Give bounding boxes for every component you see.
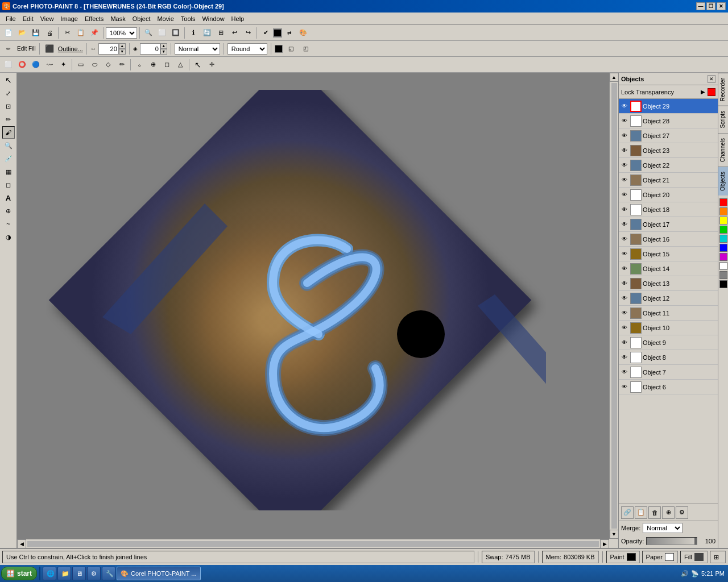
scroll-track-horizontal[interactable]	[27, 541, 599, 547]
object-visibility-toggle[interactable]: 👁	[620, 383, 629, 392]
object-visibility-toggle[interactable]: 👁	[620, 117, 629, 126]
menu-object[interactable]: Object	[129, 14, 154, 23]
taskbar-app-item[interactable]: 🎨 Corel PHOTO-PAINT ...	[117, 567, 201, 580]
swatch-yellow[interactable]	[719, 217, 727, 225]
object-visibility-toggle[interactable]: 👁	[620, 250, 629, 259]
object-visibility-toggle[interactable]: 👁	[620, 220, 629, 229]
object-row-29[interactable]: 👁Object 29	[619, 99, 718, 114]
eyedropper-tool[interactable]: 💉	[2, 152, 15, 165]
shape-ellipse-btn[interactable]: ⬭	[88, 59, 101, 71]
object-row-11[interactable]: 👁Object 11	[619, 306, 718, 321]
ellipse-select-btn[interactable]: ⭕	[16, 59, 28, 71]
path-btn[interactable]: 〰	[43, 59, 56, 71]
size-spinner[interactable]: 20 ▲ ▼	[98, 43, 126, 55]
new-button[interactable]: 📄	[2, 27, 15, 39]
shape-poly-btn[interactable]: ◇	[102, 59, 114, 71]
object-visibility-toggle[interactable]: 👁	[620, 309, 629, 318]
size-down-arrow[interactable]: ▼	[119, 49, 126, 55]
menu-edit[interactable]: Edit	[19, 14, 37, 23]
transparency-down-arrow[interactable]: ▼	[160, 49, 167, 55]
select-tool[interactable]: ↖	[2, 74, 15, 86]
menu-movie[interactable]: Movie	[154, 14, 177, 23]
pen-btn[interactable]: △	[174, 59, 187, 71]
lasso-btn[interactable]: 🔵	[30, 59, 42, 71]
text-tool[interactable]: A	[2, 192, 15, 204]
transparency-input[interactable]: 0	[140, 43, 160, 55]
draw-mode-btn1[interactable]: ◱	[285, 43, 297, 55]
swatch-white[interactable]	[719, 262, 727, 270]
color-square-btn[interactable]	[275, 45, 283, 53]
canvas-area[interactable]: ▲ ▼ ◀ ▶	[17, 73, 618, 548]
taskbar-icon4[interactable]: ⚙	[87, 567, 101, 580]
select-arrow-btn[interactable]: ↖	[192, 59, 204, 71]
start-button[interactable]: 🪟 start	[1, 567, 37, 580]
selection-button[interactable]: ⬜	[156, 27, 168, 39]
cut-button[interactable]: ✂	[61, 27, 73, 39]
object-visibility-toggle[interactable]: 👁	[620, 176, 629, 185]
swatch-cyan[interactable]	[719, 235, 727, 243]
save-button[interactable]: 💾	[30, 27, 42, 39]
titlebar-buttons[interactable]: — ❐ ✕	[696, 2, 726, 10]
menu-effects[interactable]: Effects	[81, 14, 107, 23]
zoom-in-button[interactable]: 🔍	[142, 27, 155, 39]
scroll-left-button[interactable]: ◀	[17, 539, 26, 548]
dodge-tool[interactable]: ◑	[2, 231, 15, 243]
object-visibility-toggle[interactable]: 👁	[620, 146, 629, 155]
object-row-15[interactable]: 👁Object 15	[619, 247, 718, 261]
object-row-21[interactable]: 👁Object 21	[619, 173, 718, 188]
copy-button[interactable]: 📋	[75, 27, 87, 39]
scroll-up-button[interactable]: ▲	[610, 73, 619, 82]
swatch-gray[interactable]	[719, 271, 727, 279]
crop-tool[interactable]: ⊡	[2, 100, 15, 113]
object-row-28[interactable]: 👁Object 28	[619, 114, 718, 128]
object-visibility-toggle[interactable]: 👁	[620, 279, 629, 288]
menu-mask[interactable]: Mask	[107, 14, 129, 23]
transparency-spinner[interactable]: 0 ▲ ▼	[140, 43, 167, 55]
objects-tab[interactable]: Objects	[718, 167, 728, 196]
zoom-tool[interactable]: 🔍	[2, 139, 15, 152]
menu-image[interactable]: Image	[57, 14, 81, 23]
scroll-right-button[interactable]: ▶	[600, 539, 609, 548]
objects-close-button[interactable]: ✕	[708, 75, 715, 83]
round-combo[interactable]: Round Square	[228, 43, 267, 55]
object-row-13[interactable]: 👁Object 13	[619, 276, 718, 291]
rubber-btn[interactable]: ◻	[160, 59, 173, 71]
size-up-arrow[interactable]: ▲	[119, 43, 126, 49]
duplicate-obj-btn[interactable]: 📋	[635, 506, 647, 519]
horizontal-scrollbar[interactable]: ◀ ▶	[17, 539, 609, 548]
erase-tool[interactable]: ◻	[2, 178, 15, 191]
swatch-blue[interactable]	[719, 244, 727, 252]
magic-wand-btn[interactable]: ✦	[57, 59, 69, 71]
freehand-button[interactable]: 🔲	[169, 27, 182, 39]
swatch-lime[interactable]	[719, 226, 727, 234]
brush-tool[interactable]: 🖌	[2, 126, 15, 139]
lock-red-indicator[interactable]	[708, 88, 715, 96]
close-button[interactable]: ✕	[717, 2, 726, 10]
object-visibility-toggle[interactable]: 👁	[620, 353, 629, 362]
color-button[interactable]	[273, 28, 282, 38]
clone-tool[interactable]: ⊕	[2, 205, 15, 217]
palette-button[interactable]: 🎨	[297, 27, 309, 39]
object-row-10[interactable]: 👁Object 10	[619, 321, 718, 335]
draw-mode-btn2[interactable]: ◰	[300, 43, 312, 55]
rect-select-btn[interactable]: ⬜	[2, 59, 15, 71]
object-row-23[interactable]: 👁Object 23	[619, 143, 718, 158]
redo-button[interactable]: ↪	[242, 27, 254, 39]
object-visibility-toggle[interactable]: 👁	[620, 294, 629, 303]
vertical-scrollbar[interactable]: ▲ ▼	[609, 73, 618, 539]
swatch-black[interactable]	[719, 280, 727, 288]
object-row-8[interactable]: 👁Object 8	[619, 350, 718, 365]
object-visibility-toggle[interactable]: 👁	[620, 323, 629, 332]
object-row-27[interactable]: 👁Object 27	[619, 128, 718, 143]
move-btn[interactable]: ✛	[205, 59, 218, 71]
restore-button[interactable]: ❐	[706, 2, 715, 10]
new-obj-btn[interactable]: ⊕	[662, 506, 675, 519]
swatch-orange[interactable]	[719, 207, 727, 215]
taskbar-icon2[interactable]: 📁	[57, 567, 71, 580]
menu-window[interactable]: Window	[198, 14, 228, 23]
normal-combo[interactable]: Normal Multiply Screen	[175, 43, 220, 55]
merge-combo[interactable]: Normal Multiply Screen Overlay	[643, 523, 682, 533]
size-input[interactable]: 20	[98, 43, 119, 55]
object-row-7[interactable]: 👁Object 7	[619, 365, 718, 380]
transparency-up-arrow[interactable]: ▲	[160, 43, 167, 49]
